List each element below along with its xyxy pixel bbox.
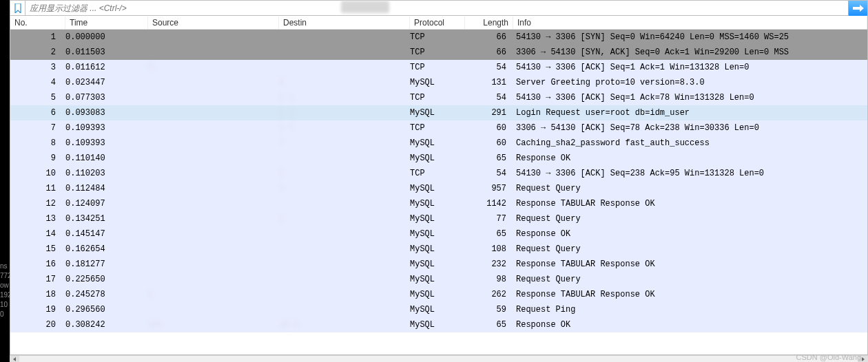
cell-protocol: MySQL [410, 184, 465, 193]
cell-no: 3 [10, 63, 65, 72]
cell-protocol: MySQL [410, 275, 465, 284]
cell-protocol: MySQL [410, 259, 465, 269]
cell-time: 0.109393 [65, 138, 148, 148]
packet-row[interactable]: 30.0116125.TCP5454130 → 3306 [ACK] Seq=1… [10, 60, 867, 75]
cell-protocol: MySQL [410, 305, 465, 315]
col-header-source[interactable]: Source [148, 17, 279, 29]
cell-info: 54130 → 3306 [ACK] Seq=1 Ack=78 Win=1313… [513, 93, 867, 103]
cell-length: 54 [465, 93, 513, 103]
cell-time: 0.225650 [65, 275, 148, 284]
cell-time: 0.023447 [65, 78, 148, 87]
redaction-block [341, 1, 389, 13]
packet-row[interactable]: 170.225650MySQL98Request Query [10, 272, 867, 287]
cell-info: Response TABULAR Response OK [513, 290, 867, 299]
cell-time: 0.145147 [65, 229, 148, 239]
packet-row[interactable]: 200.30824210110.6MySQL65Response OK [10, 317, 867, 332]
cell-protocol: TCP [410, 93, 465, 103]
packet-list-header[interactable]: No. Time Source Destin Protocol Length I… [10, 16, 867, 30]
cell-no: 11 [10, 184, 65, 193]
cell-protocol: TCP [410, 32, 465, 42]
cell-info: Server Greeting proto=10 version=8.3.0 [513, 78, 867, 87]
cell-time: 0.112484 [65, 184, 148, 193]
cell-info: Request Query [513, 275, 867, 284]
apply-filter-button[interactable] [848, 1, 867, 16]
cell-destination: 0 [279, 78, 410, 87]
wireshark-panel: No. Time Source Destin Protocol Length I… [10, 0, 868, 355]
cell-time: 0.296560 [65, 305, 148, 315]
packet-row[interactable]: 20.011503TCP663306 → 54130 [SYN, ACK] Se… [10, 45, 867, 60]
cell-no: 14 [10, 229, 65, 239]
cell-no: 1 [10, 32, 65, 42]
cell-protocol: TCP [410, 47, 465, 57]
cell-protocol: MySQL [410, 214, 465, 224]
cell-time: 0.011612 [65, 63, 148, 72]
cell-protocol: MySQL [410, 78, 465, 87]
cell-no: 2 [10, 47, 65, 57]
cell-no: 6 [10, 108, 65, 118]
bookmark-icon[interactable] [10, 1, 25, 16]
cell-no: 4 [10, 78, 65, 87]
cell-protocol: TCP [410, 169, 465, 178]
packet-list[interactable]: 10.000000TCP6654130 → 3306 [SYN] Seq=0 W… [10, 30, 867, 354]
cell-length: 65 [465, 153, 513, 163]
cell-info: Request Ping [513, 305, 867, 315]
cell-length: 77 [465, 214, 513, 224]
cell-no: 7 [10, 123, 65, 133]
col-header-info[interactable]: Info [513, 17, 867, 29]
packet-row[interactable]: 150.162654MySQL108Request Query [10, 242, 867, 257]
col-header-dest[interactable]: Destin [279, 17, 410, 29]
cell-time: 0.245278 [65, 290, 148, 299]
horizontal-scrollbar[interactable] [10, 355, 868, 362]
cell-length: 54 [465, 169, 513, 178]
col-header-length[interactable]: Length [465, 17, 513, 29]
col-header-time[interactable]: Time [65, 17, 148, 29]
packet-row[interactable]: 190.296560MySQL59Request Ping [10, 302, 867, 317]
cell-info: Response TABULAR Response OK [513, 199, 867, 209]
packet-row[interactable]: 140.145147MySQL65Response OK [10, 226, 867, 242]
packet-row[interactable]: 120.124097MySQL1142Response TABULAR Resp… [10, 196, 867, 211]
packet-row[interactable]: 50.0773031 1TCP5454130 → 3306 [ACK] Seq=… [10, 90, 867, 105]
cell-destination: 1 [279, 184, 410, 193]
cell-length: 60 [465, 138, 513, 148]
packet-row[interactable]: 180.2452781MySQL262Response TABULAR Resp… [10, 287, 867, 302]
cell-destination: 1 7 [279, 123, 410, 133]
cell-length: 262 [465, 290, 513, 299]
packet-row[interactable]: 60.0930831 1MySQL291Login Request user=r… [10, 105, 867, 120]
packet-row[interactable]: 110.1124841MySQL957Request Query [10, 181, 867, 196]
cell-protocol: MySQL [410, 229, 465, 239]
packet-row[interactable]: 100.1102031TCP5454130 → 3306 [ACK] Seq=2… [10, 166, 867, 181]
display-filter-input[interactable] [25, 1, 848, 15]
cell-no: 9 [10, 153, 65, 163]
packet-row[interactable]: 40.0234470MySQL131Server Greeting proto=… [10, 75, 867, 90]
packet-row[interactable]: 80.1093937MySQL60Caching_sha2_password f… [10, 136, 867, 151]
packet-row[interactable]: 130.1342511MySQL77Request Query [10, 211, 867, 226]
cell-time: 0.109393 [65, 123, 148, 133]
cell-length: 98 [465, 275, 513, 284]
cell-destination: 10.6 [279, 320, 410, 330]
cell-no: 17 [10, 275, 65, 284]
cell-length: 60 [465, 123, 513, 133]
packet-row[interactable]: 10.000000TCP6654130 → 3306 [SYN] Seq=0 W… [10, 30, 867, 45]
cell-info: Response OK [513, 153, 867, 163]
filter-bar [10, 1, 867, 16]
packet-row[interactable]: 90.110140MySQL65Response OK [10, 151, 867, 166]
cell-protocol: MySQL [410, 290, 465, 299]
cell-time: 0.000000 [65, 32, 148, 42]
cell-no: 15 [10, 244, 65, 254]
cell-info: Response TABULAR Response OK [513, 259, 867, 269]
packet-row[interactable]: 160.181277MySQL232Response TABULAR Respo… [10, 257, 867, 272]
col-header-no[interactable]: No. [10, 17, 65, 29]
col-header-protocol[interactable]: Protocol [410, 17, 465, 29]
cell-destination: 1 [279, 214, 410, 224]
cell-destination: 7 [279, 138, 410, 148]
cell-info: Response OK [513, 229, 867, 239]
cell-time: 0.162654 [65, 244, 148, 254]
cell-destination: 1 1 [279, 93, 410, 103]
cell-length: 59 [465, 305, 513, 315]
cell-length: 66 [465, 32, 513, 42]
cell-destination: 1 1 [279, 108, 410, 118]
cell-no: 8 [10, 138, 65, 148]
packet-row[interactable]: 70.1093931 7TCP603306 → 54130 [ACK] Seq=… [10, 120, 867, 136]
scroll-left-button[interactable] [10, 356, 19, 362]
cell-time: 0.077303 [65, 93, 148, 103]
